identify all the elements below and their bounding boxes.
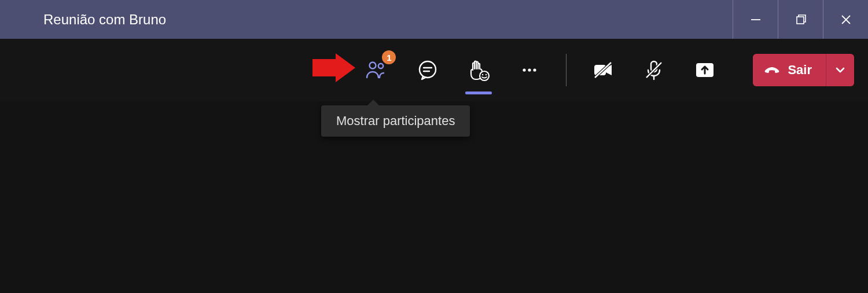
close-button[interactable]	[823, 0, 868, 39]
participants-badge: 1	[382, 50, 396, 64]
leave-label: Sair	[788, 63, 812, 78]
svg-point-6	[420, 61, 436, 78]
camera-button[interactable]	[589, 53, 617, 87]
chevron-down-icon	[834, 64, 846, 76]
toolbar-divider	[566, 54, 567, 86]
reactions-button[interactable]	[464, 53, 493, 87]
more-actions-button[interactable]	[515, 53, 544, 87]
svg-rect-1	[797, 17, 804, 24]
title-bar: Reunião com Bruno	[0, 0, 868, 39]
camera-off-icon	[591, 58, 615, 82]
close-icon	[840, 13, 852, 26]
microphone-off-icon	[642, 58, 665, 82]
share-icon	[694, 59, 716, 81]
tooltip-text: Mostrar participantes	[336, 113, 455, 128]
svg-point-14	[534, 68, 536, 71]
participants-button[interactable]: 1	[362, 53, 391, 87]
svg-point-13	[528, 68, 531, 71]
leave-button[interactable]: Sair	[753, 54, 826, 86]
maximize-icon	[795, 13, 807, 26]
meeting-toolbar: 1	[0, 39, 868, 101]
leave-options-button[interactable]	[826, 54, 854, 86]
share-screen-button[interactable]	[690, 53, 719, 87]
svg-point-10	[482, 74, 483, 75]
svg-point-9	[480, 71, 489, 80]
svg-point-5	[378, 64, 383, 68]
microphone-button[interactable]	[639, 53, 668, 87]
minimize-button[interactable]	[733, 0, 778, 39]
leave-button-group: Sair	[753, 54, 854, 86]
chat-button[interactable]	[413, 53, 442, 87]
more-icon	[520, 60, 539, 80]
meeting-title: Reunião com Bruno	[43, 12, 166, 28]
minimize-icon	[749, 13, 762, 26]
window-controls	[733, 0, 868, 39]
raise-hand-react-icon	[467, 58, 490, 82]
maximize-button[interactable]	[778, 0, 823, 39]
svg-point-4	[370, 63, 376, 69]
participants-tooltip: Mostrar participantes	[321, 105, 470, 137]
hangup-icon	[763, 61, 781, 79]
svg-point-11	[486, 74, 487, 75]
chat-icon	[417, 59, 439, 81]
svg-point-12	[523, 68, 526, 71]
